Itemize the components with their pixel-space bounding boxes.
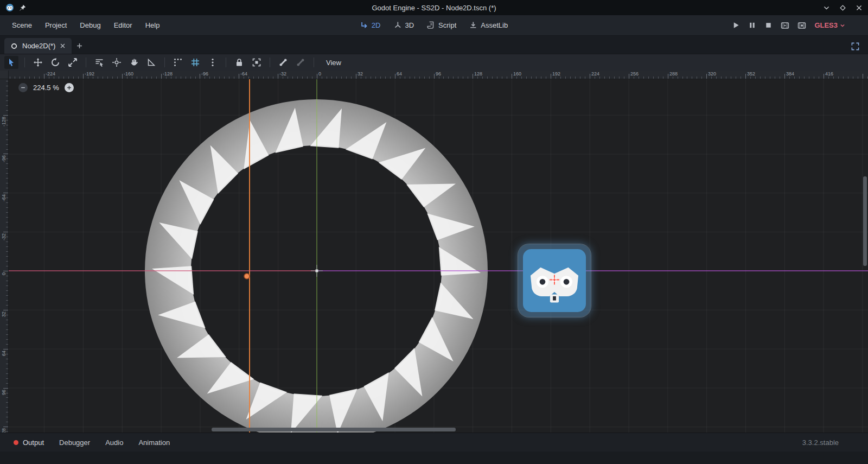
skeleton-bone-button[interactable] xyxy=(276,56,290,69)
plus-icon xyxy=(67,85,72,90)
window-close-icon[interactable] xyxy=(856,4,863,11)
horizontal-ruler[interactable]: -224-192-160-128-96-64-32032649612816019… xyxy=(9,71,868,79)
play-custom-scene-button[interactable] xyxy=(797,21,806,30)
bone-options-icon xyxy=(296,58,305,67)
horizontal-scrollbar[interactable] xyxy=(212,428,456,431)
workspace-assetlib[interactable]: AssetLib xyxy=(465,19,512,31)
pin-icon[interactable] xyxy=(19,4,26,11)
select-arrow-icon xyxy=(7,58,16,67)
ruler-icon xyxy=(147,58,156,67)
run-controls: GLES3 xyxy=(732,21,861,30)
scale-icon xyxy=(68,58,77,67)
minus-icon xyxy=(21,85,25,90)
menu-project[interactable]: Project xyxy=(40,18,72,32)
play-scene-button[interactable] xyxy=(781,21,789,30)
plus-icon xyxy=(76,42,83,49)
window-footer xyxy=(0,452,868,464)
panel-animation-button[interactable]: Animation xyxy=(132,436,176,449)
view-menu-button[interactable]: View xyxy=(320,56,347,69)
list-select-tool-button[interactable] xyxy=(92,56,106,69)
scene-tabbar: Node2D(*) xyxy=(0,36,868,54)
zoom-out-button[interactable] xyxy=(18,83,28,92)
toolbar-separator xyxy=(270,58,270,67)
bottom-panel-bar: Output Debugger Audio Animation 3.3.2.st… xyxy=(0,433,868,452)
scene-tab-node2d[interactable]: Node2D(*) xyxy=(4,38,72,54)
panel-output-button[interactable]: Output xyxy=(8,436,50,449)
download-icon xyxy=(469,21,477,29)
lock-icon xyxy=(235,58,244,67)
move-icon xyxy=(34,58,42,67)
toolbar-separator xyxy=(86,58,86,67)
group-icon xyxy=(252,58,261,67)
stop-button[interactable] xyxy=(764,21,773,29)
godot-logo-icon xyxy=(5,3,14,12)
group-object-button[interactable] xyxy=(250,56,264,69)
godot-editor-window: Godot Engine - SS2D - Node2D.tscn (*) Sc… xyxy=(0,0,868,464)
scene-canvas[interactable] xyxy=(9,79,868,433)
rotate-tool-button[interactable] xyxy=(48,56,62,69)
vertical-scrollbar[interactable] xyxy=(863,176,867,266)
pivot-icon xyxy=(112,58,121,67)
pivot-tool-button[interactable] xyxy=(110,56,124,69)
origin-gizmo xyxy=(311,265,323,277)
select-tool-button[interactable] xyxy=(4,56,18,69)
canvas-workspace: -224-192-160-128-96-64-32032649612816019… xyxy=(0,71,868,433)
window-shade-icon[interactable] xyxy=(823,4,830,11)
workspace-3d[interactable]: 3D xyxy=(389,19,418,31)
chevron-down-icon xyxy=(840,23,845,28)
snap-options-button[interactable] xyxy=(206,56,220,69)
panel-debugger-button[interactable]: Debugger xyxy=(53,436,96,449)
toolbar-separator xyxy=(24,58,25,67)
zoom-in-button[interactable] xyxy=(65,83,74,92)
grid-snap-icon xyxy=(191,58,200,67)
pan-hand-icon xyxy=(130,58,138,67)
close-tab-icon[interactable] xyxy=(60,43,66,49)
workspace-2d[interactable]: 2D xyxy=(356,19,385,31)
zoom-level[interactable]: 224.5 % xyxy=(33,84,59,92)
toolbar-separator xyxy=(164,58,165,67)
window-maximize-icon[interactable] xyxy=(839,4,846,11)
play-button[interactable] xyxy=(732,21,740,29)
scene-tab-label: Node2D(*) xyxy=(22,42,55,50)
distraction-free-button[interactable] xyxy=(851,42,859,50)
move-tool-button[interactable] xyxy=(31,56,45,69)
lock-object-button[interactable] xyxy=(232,56,246,69)
panel-audio-button[interactable]: Audio xyxy=(99,436,129,449)
renderer-select[interactable]: GLES3 xyxy=(814,21,845,29)
engine-version: 3.3.2.stable xyxy=(802,438,860,447)
menu-scene[interactable]: Scene xyxy=(7,18,37,32)
menubar: Scene Project Debug Editor Help 2D 3D Sc… xyxy=(0,15,868,36)
workspace-script[interactable]: Script xyxy=(423,19,461,31)
godot-icon-sprite[interactable] xyxy=(523,249,586,312)
window-title: Godot Engine - SS2D - Node2D.tscn (*) xyxy=(0,4,868,12)
pan-tool-button[interactable] xyxy=(127,56,141,69)
vertical-dots-icon xyxy=(208,58,217,67)
list-select-icon xyxy=(95,58,104,67)
vertical-ruler[interactable]: -128-96-64-320326496128 xyxy=(0,79,9,433)
new-scene-tab-button[interactable] xyxy=(72,38,87,54)
workspace-switcher: 2D 3D Script AssetLib xyxy=(356,19,512,31)
guide-handle-dot[interactable] xyxy=(244,274,250,279)
pause-button[interactable] xyxy=(748,21,756,29)
titlebar: Godot Engine - SS2D - Node2D.tscn (*) xyxy=(0,0,868,15)
ruler-tool-button[interactable] xyxy=(144,56,158,69)
2d-icon xyxy=(360,21,368,29)
smart-snap-button[interactable] xyxy=(171,56,185,69)
zoom-controls: 224.5 % xyxy=(18,83,74,92)
toolbar-separator xyxy=(314,58,314,67)
node2d-icon xyxy=(10,42,18,50)
canvas-viewport[interactable]: 224.5 % xyxy=(9,79,868,433)
smart-snap-icon xyxy=(174,58,182,67)
scale-tool-button[interactable] xyxy=(66,56,80,69)
skeleton-options-button[interactable] xyxy=(293,56,308,69)
output-alert-dot xyxy=(14,440,18,445)
ss2d-ring-shape[interactable] xyxy=(145,99,488,433)
menu-debug[interactable]: Debug xyxy=(74,18,106,32)
toolbar-separator xyxy=(226,58,226,67)
node-position-marker xyxy=(548,274,560,288)
3d-icon xyxy=(393,21,401,29)
menu-editor[interactable]: Editor xyxy=(108,18,138,32)
expand-icon xyxy=(851,42,859,50)
menu-help[interactable]: Help xyxy=(140,18,165,32)
grid-snap-button[interactable] xyxy=(188,56,202,69)
